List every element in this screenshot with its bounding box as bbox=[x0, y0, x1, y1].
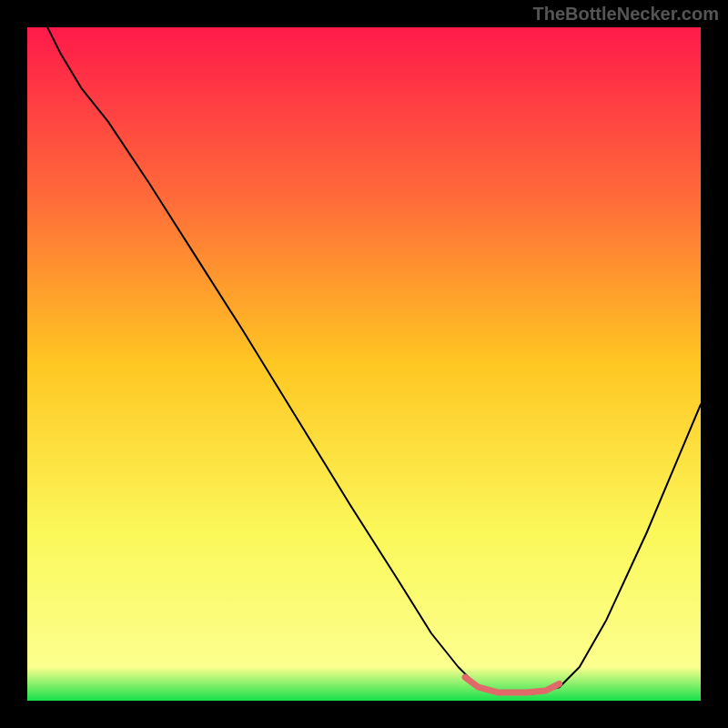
plot-area bbox=[27, 27, 701, 701]
chart-container: TheBottleNecker.com bbox=[0, 0, 728, 728]
gradient-background bbox=[27, 27, 701, 701]
chart-svg bbox=[27, 27, 701, 701]
watermark-text: TheBottleNecker.com bbox=[532, 4, 719, 25]
